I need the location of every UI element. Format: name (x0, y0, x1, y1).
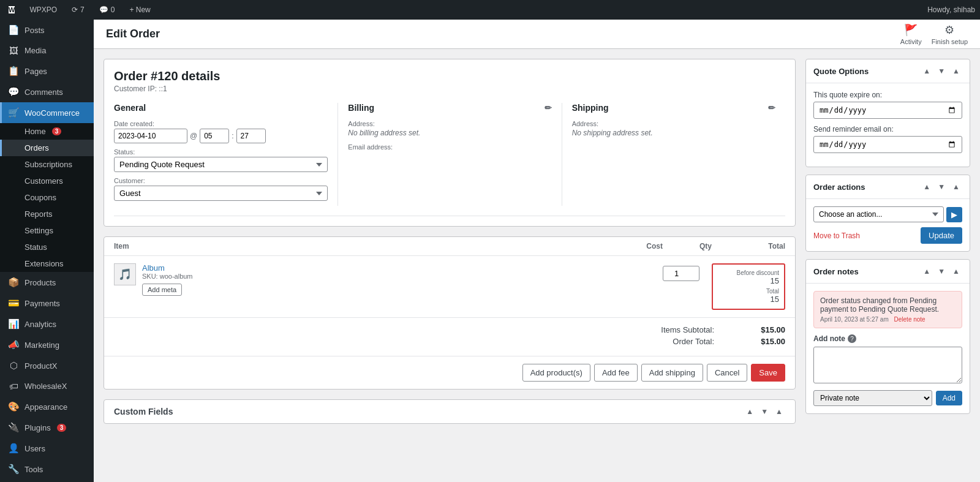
sidebar-item-productx[interactable]: ⬡ ProductX (0, 355, 94, 376)
sidebar-item-woocommerce[interactable]: 🛒 WooCommerce (0, 102, 94, 123)
custom-fields-header: Custom Fields ▲ ▼ ▲ (104, 400, 795, 423)
order-actions-up[interactable]: ▲ (921, 181, 933, 192)
billing-email-label: Email address: (348, 143, 551, 151)
productx-icon: ⬡ (7, 360, 20, 371)
page-title: Edit Order (106, 28, 160, 40)
expire-date-input[interactable] (813, 102, 962, 119)
status-select[interactable]: Pending Quote Request Pending payment Pr… (114, 157, 328, 172)
order-notes-down[interactable]: ▼ (935, 266, 948, 277)
sidebar-item-appearance[interactable]: 🎨 Appearance (0, 396, 94, 417)
sidebar-item-products[interactable]: 📦 Products (0, 272, 94, 293)
custom-fields-collapse-down[interactable]: ▼ (758, 406, 771, 417)
order-notes-card: Order notes ▲ ▼ ▲ Order status changed f… (805, 259, 970, 414)
billing-address-empty: No billing address set. (348, 129, 551, 137)
products-icon: 📦 (7, 277, 20, 288)
add-fee-button[interactable]: Add fee (594, 364, 638, 382)
quote-options-up[interactable]: ▲ (921, 66, 933, 77)
quote-options-body: This quote expire on: Send reminder emai… (806, 83, 970, 167)
sidebar-item-marketing[interactable]: 📣 Marketing (0, 334, 94, 355)
sidebar-item-media[interactable]: 🖼 Media (0, 40, 94, 61)
sidebar-item-wholesalex[interactable]: 🏷 WholesaleX (0, 376, 94, 396)
custom-fields-controls: ▲ ▼ ▲ (744, 406, 785, 417)
quote-options-down[interactable]: ▼ (935, 66, 948, 77)
total-label: Total (718, 288, 779, 295)
sidebar-item-home[interactable]: Home 3 (0, 123, 94, 140)
sidebar-item-label: Marketing (24, 341, 59, 350)
sidebar-item-settings[interactable]: Settings (0, 222, 94, 239)
custom-fields-collapse-up[interactable]: ▲ (744, 406, 756, 417)
order-actions-down[interactable]: ▼ (935, 181, 948, 192)
admin-bar-new[interactable]: + New (126, 0, 154, 20)
add-note-button[interactable]: Add (936, 391, 962, 405)
sidebar-item-users[interactable]: 👤 Users (0, 438, 94, 459)
add-products-button[interactable]: Add product(s) (522, 364, 590, 382)
col-qty-header: Qty (663, 242, 712, 250)
sidebar-item-reports[interactable]: Reports (0, 206, 94, 222)
save-button[interactable]: Save (751, 364, 785, 382)
right-panel: Quote Options ▲ ▼ ▲ This quote expire on… (805, 49, 980, 482)
shipping-edit-icon[interactable]: ✏ (768, 103, 775, 113)
sidebar-item-analytics[interactable]: 📊 Analytics (0, 314, 94, 334)
cancel-button[interactable]: Cancel (707, 364, 747, 382)
sidebar-item-extensions[interactable]: Extensions (0, 255, 94, 272)
quote-options-header: Quote Options ▲ ▼ ▲ (806, 59, 970, 83)
customer-label: Customer: (114, 177, 328, 184)
sidebar-item-plugins[interactable]: 🔌 Plugins 3 (0, 417, 94, 438)
order-notes-up[interactable]: ▲ (921, 266, 933, 277)
move-to-trash-link[interactable]: Move to Trash (813, 232, 860, 240)
home-badge: 3 (52, 127, 62, 135)
order-actions-body: Choose an action... ▶ Move to Trash Upda… (806, 199, 970, 251)
sidebar-item-pages[interactable]: 📋 Pages (0, 61, 94, 81)
activity-button[interactable]: 🚩 Activity (900, 23, 922, 45)
quote-options-collapse[interactable]: ▲ (950, 66, 962, 77)
items-table-header: Item Cost Qty Total (104, 237, 795, 256)
sidebar-item-tools[interactable]: 🔧 Tools (0, 459, 94, 480)
item-name-link[interactable]: Album (142, 263, 165, 273)
admin-bar-brand[interactable]: WPXPO (26, 0, 61, 20)
sidebar-item-label: Customers (24, 176, 63, 186)
sidebar-item-label: Status (24, 243, 47, 252)
add-shipping-button[interactable]: Add shipping (641, 364, 703, 382)
admin-bar-comments[interactable]: 💬 0 (96, 0, 119, 20)
shipping-title: Shipping ✏ (572, 103, 775, 113)
add-meta-button[interactable]: Add meta (142, 284, 182, 296)
sidebar-item-orders[interactable]: Orders (0, 140, 94, 156)
time-hour-input[interactable] (200, 129, 229, 143)
posts-icon: 📄 (7, 24, 20, 36)
add-note-row: Private note Note to customer Add (813, 390, 962, 406)
note-textarea[interactable] (813, 347, 962, 383)
admin-bar-updates[interactable]: ⟳ 7 (68, 0, 88, 20)
reminder-date-input[interactable] (813, 136, 962, 153)
sidebar-item-label: Payments (24, 299, 60, 308)
sidebar-item-payments[interactable]: 💳 Payments (0, 293, 94, 314)
sidebar-item-customers[interactable]: Customers (0, 173, 94, 189)
note-type-select[interactable]: Private note Note to customer (813, 390, 932, 406)
order-title: Order #120 details (114, 69, 785, 83)
order-action-go-button[interactable]: ▶ (946, 207, 962, 222)
item-info: 🎵 Album SKU: woo-album Add meta (114, 263, 601, 296)
time-min-input[interactable] (236, 129, 266, 143)
admin-bar-user: Howdy, shihab (927, 6, 975, 14)
order-action-select[interactable]: Choose an action... (813, 206, 944, 222)
finish-setup-button[interactable]: ⚙ Finish setup (932, 23, 968, 45)
billing-edit-icon[interactable]: ✏ (545, 103, 552, 113)
customer-select[interactable]: Guest (114, 186, 328, 201)
sidebar-item-posts[interactable]: 📄 Posts (0, 20, 94, 40)
action-select-row: Choose an action... ▶ (813, 206, 962, 222)
order-notes-body: Order status changed from Pending paymen… (806, 284, 970, 413)
sidebar-item-subscriptions[interactable]: Subscriptions (0, 156, 94, 173)
sidebar-item-coupons[interactable]: Coupons (0, 189, 94, 206)
order-notes-collapse[interactable]: ▲ (950, 266, 962, 277)
sidebar-item-label: Orders (24, 143, 49, 153)
sidebar-item-comments[interactable]: 💬 Comments (0, 81, 94, 102)
custom-fields-expand[interactable]: ▲ (773, 406, 785, 417)
tools-icon: 🔧 (7, 464, 20, 475)
date-input[interactable] (114, 129, 187, 143)
sidebar-item-status[interactable]: Status (0, 239, 94, 255)
finish-setup-icon: ⚙ (944, 23, 954, 37)
qty-input[interactable] (663, 266, 699, 281)
admin-bar-wp-icon[interactable]: W (5, 0, 18, 20)
order-actions-collapse[interactable]: ▲ (950, 181, 962, 192)
update-button[interactable]: Update (921, 227, 962, 244)
delete-note-link[interactable]: Delete note (894, 316, 925, 323)
